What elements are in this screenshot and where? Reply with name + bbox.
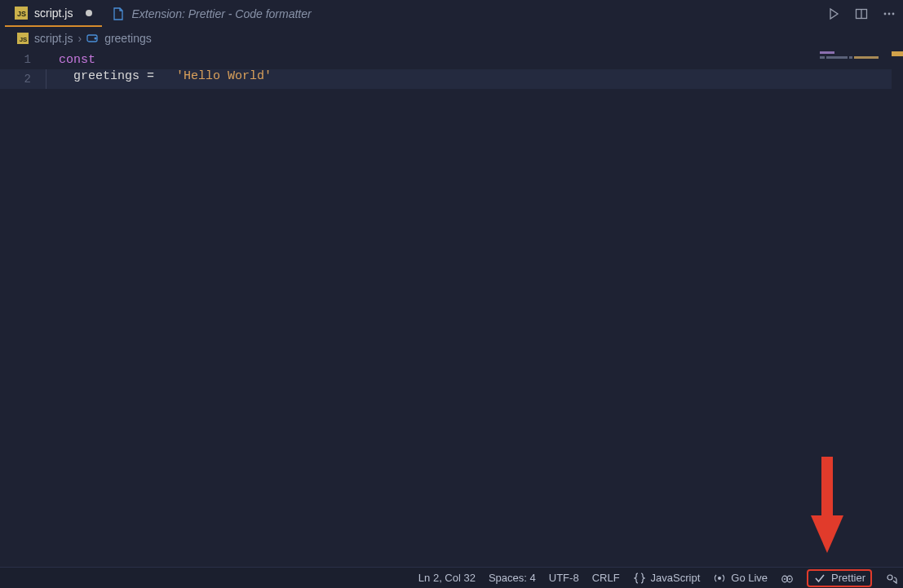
play-icon[interactable] (825, 5, 843, 23)
line-content: greetings = 'Hello World' (46, 69, 272, 89)
breadcrumb[interactable]: JS script.js › greetings (0, 27, 903, 50)
copilot-icon (781, 572, 794, 585)
broadcast-icon (713, 572, 726, 585)
svg-point-6 (892, 12, 895, 15)
tab-script-js[interactable]: JS script.js (5, 0, 102, 27)
js-file-icon: JS (16, 32, 29, 45)
braces-icon (633, 572, 646, 585)
status-indent[interactable]: Spaces: 4 (489, 572, 536, 584)
status-prettier-label: Prettier (831, 572, 865, 584)
svg-point-16 (789, 578, 790, 580)
status-language-label: JavaScript (651, 572, 701, 584)
svg-rect-11 (821, 457, 833, 520)
status-eol[interactable]: CRLF (592, 572, 620, 584)
breadcrumb-symbol: greetings (104, 32, 152, 45)
line-number: 2 (0, 73, 46, 86)
svg-text:JS: JS (20, 36, 28, 43)
minimap[interactable] (820, 51, 892, 61)
status-language[interactable]: JavaScript (633, 572, 701, 585)
feedback-icon (885, 572, 898, 585)
dirty-indicator-icon (86, 10, 92, 16)
svg-text:JS: JS (17, 10, 26, 18)
status-go-live-label: Go Live (731, 572, 768, 584)
annotation-arrow (809, 457, 845, 555)
status-prettier[interactable]: Prettier (807, 569, 872, 587)
status-cursor-position[interactable]: Ln 2, Col 32 (418, 572, 476, 584)
editor-tab-bar: JS script.js Extension: Prettier - Code … (0, 0, 903, 27)
js-file-icon: JS (15, 7, 28, 20)
editor-toolbar (825, 0, 898, 27)
code-editor[interactable]: 1const2greetings = 'Hello World' (0, 50, 903, 89)
code-line[interactable]: 2greetings = 'Hello World' (0, 69, 903, 89)
svg-point-5 (888, 12, 891, 15)
tab-extension-prettier[interactable]: Extension: Prettier - Code formatter (102, 0, 321, 27)
status-bar: Ln 2, Col 32 Spaces: 4 UTF-8 CRLF JavaSc… (0, 567, 903, 588)
breadcrumb-separator: › (77, 32, 82, 45)
tab-filename: script.js (34, 7, 73, 20)
split-editor-icon[interactable] (852, 5, 870, 23)
ellipsis-icon[interactable] (880, 5, 898, 23)
status-encoding[interactable]: UTF-8 (549, 572, 579, 584)
line-content: const (46, 53, 95, 67)
breadcrumb-file: script.js (34, 32, 73, 45)
preview-file-icon (112, 7, 125, 20)
tab-extension-label: Extension: Prettier - Code formatter (131, 7, 311, 20)
variable-symbol-icon (86, 32, 100, 45)
svg-point-4 (884, 12, 887, 15)
svg-point-10 (95, 38, 97, 40)
svg-point-15 (784, 578, 786, 580)
check-icon (813, 572, 826, 585)
status-feedback[interactable] (885, 572, 898, 585)
code-line[interactable]: 1const (0, 50, 903, 69)
svg-point-17 (888, 575, 892, 580)
line-number: 1 (0, 53, 46, 66)
overview-marker (892, 51, 903, 56)
svg-point-12 (718, 577, 721, 580)
status-copilot[interactable] (781, 572, 794, 585)
overview-ruler[interactable] (892, 27, 903, 567)
status-go-live[interactable]: Go Live (713, 572, 768, 585)
